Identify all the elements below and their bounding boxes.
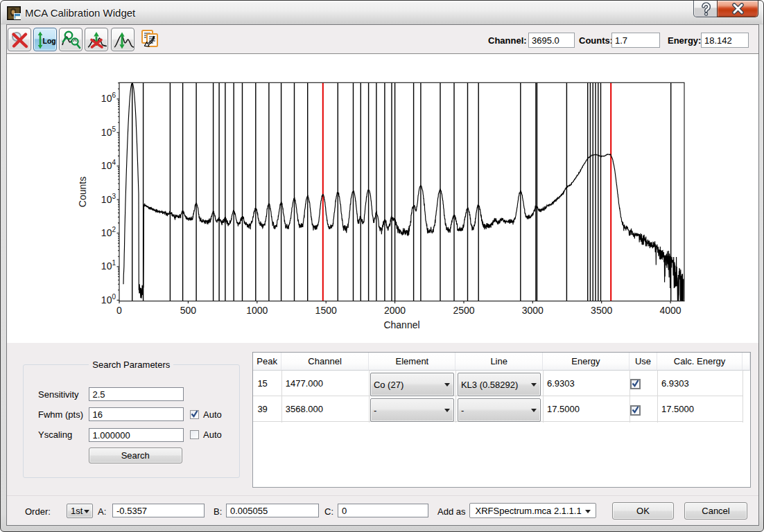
- svg-text:3000: 3000: [522, 305, 544, 316]
- svg-text:4000: 4000: [660, 305, 681, 316]
- svg-text:105: 105: [101, 125, 116, 138]
- svg-text:103: 103: [101, 193, 116, 205]
- svg-text:106: 106: [101, 91, 116, 104]
- svg-text:101: 101: [101, 259, 116, 272]
- svg-text:Log: Log: [43, 37, 56, 45]
- svg-text:0: 0: [116, 305, 122, 316]
- svg-text:102: 102: [101, 226, 116, 238]
- svg-text:2500: 2500: [453, 305, 474, 316]
- svg-text:104: 104: [101, 159, 116, 171]
- svg-text:2000: 2000: [384, 305, 406, 316]
- svg-text:Channel: Channel: [383, 319, 419, 330]
- svg-text:3500: 3500: [591, 305, 612, 316]
- svg-text:Counts: Counts: [77, 177, 88, 207]
- svg-text:100: 100: [101, 293, 116, 305]
- svg-text:1500: 1500: [315, 305, 337, 316]
- svg-text:500: 500: [180, 305, 197, 316]
- svg-text:1000: 1000: [246, 305, 268, 316]
